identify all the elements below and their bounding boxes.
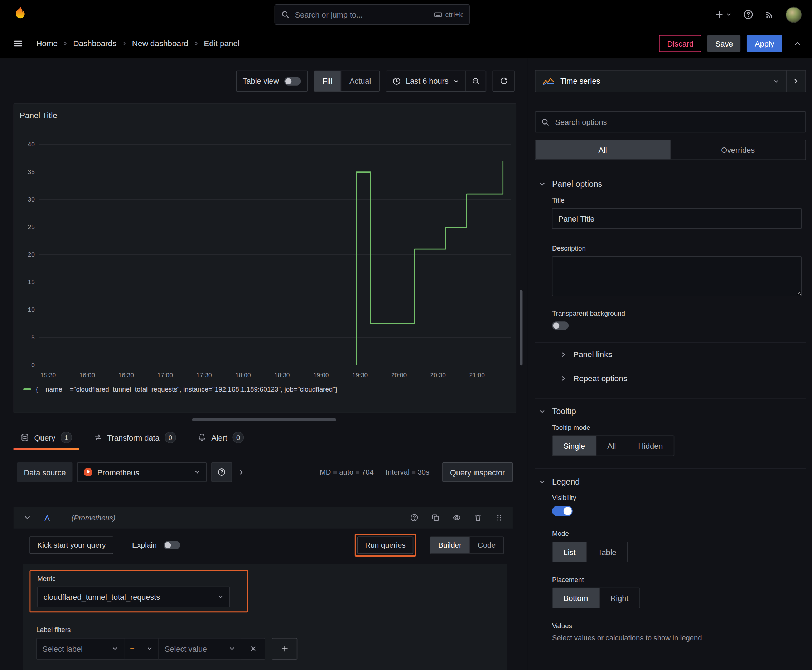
editor-mode-code[interactable]: Code [470, 537, 503, 553]
legend-visibility-toggle[interactable] [552, 506, 573, 516]
collapse-query-button[interactable] [23, 513, 32, 522]
kick-start-button[interactable]: Kick start your query [29, 536, 114, 554]
options-tab-overrides[interactable]: Overrides [670, 140, 805, 160]
delete-query-button[interactable] [473, 513, 483, 523]
series-label[interactable]: {__name__="cloudflared_tunnel_total_requ… [36, 385, 337, 393]
chevron-right-icon [193, 41, 199, 47]
display-mode-actual[interactable]: Actual [341, 71, 379, 91]
discard-button[interactable]: Discard [659, 35, 701, 52]
news-button[interactable] [765, 10, 774, 19]
breadcrumb-new-dashboard[interactable]: New dashboard [132, 39, 188, 48]
keyboard-icon [434, 10, 442, 19]
query-inspector-button[interactable]: Query inspector [442, 462, 513, 482]
add-button[interactable] [715, 10, 732, 19]
discard-label: Discard [667, 39, 694, 48]
collapse-options-button[interactable] [791, 37, 804, 50]
refresh-button[interactable] [493, 71, 515, 91]
global-search-input[interactable] [294, 10, 429, 19]
global-search[interactable]: ctrl+k [274, 4, 470, 25]
legend-mode-label: Mode [552, 530, 802, 538]
tab-transform-data[interactable]: Transform data 0 [86, 425, 183, 450]
time-range-picker[interactable]: Last 6 hours [387, 76, 466, 86]
section-repeat-options[interactable]: Repeat options [535, 366, 805, 390]
breadcrumb-bar: Home Dashboards New dashboard Edit panel… [0, 29, 812, 58]
legend-mode-table[interactable]: Table [587, 542, 627, 562]
tab-alert-label: Alert [211, 433, 227, 442]
remove-filter-button[interactable] [241, 638, 265, 660]
legend-mode-group: List Table [552, 541, 627, 562]
transform-icon [94, 433, 102, 442]
display-mode-fill[interactable]: Fill [314, 71, 341, 91]
question-circle-icon [410, 514, 419, 522]
explain-toggle[interactable] [164, 541, 180, 549]
options-search[interactable] [535, 111, 805, 132]
table-view-toggle[interactable] [284, 77, 300, 85]
apply-button[interactable]: Apply [747, 35, 782, 52]
options-tab-all[interactable]: All [536, 140, 670, 160]
add-filter-button[interactable] [272, 638, 297, 660]
zoom-out-button[interactable] [466, 71, 486, 91]
panel-options-header[interactable]: Panel options [539, 180, 805, 189]
series-swatch[interactable] [23, 388, 31, 390]
query-ref-id[interactable]: A [44, 513, 49, 522]
drag-query-handle[interactable] [494, 513, 504, 523]
editor-mode-builder[interactable]: Builder [431, 537, 470, 553]
grafana-logo[interactable] [12, 6, 29, 23]
breadcrumb-dashboards[interactable]: Dashboards [73, 39, 116, 48]
panel-title-input[interactable] [552, 208, 802, 229]
chart-legend: {__name__="cloudflared_tunnel_total_requ… [23, 385, 337, 393]
legend-header[interactable]: Legend [539, 477, 805, 487]
legend-placement-right[interactable]: Right [599, 588, 639, 608]
single-label: Single [563, 441, 585, 450]
query-help-button[interactable] [409, 513, 420, 523]
options-search-input[interactable] [554, 117, 800, 127]
fill-label: Fill [322, 76, 332, 86]
expand-query-options-button[interactable] [237, 467, 246, 477]
tooltip-mode-all[interactable]: All [596, 436, 627, 456]
transparent-background-toggle[interactable] [552, 321, 568, 330]
panel-options-pane: Time series All Overrides Panel opt [528, 58, 812, 670]
pane-resize-handle[interactable] [192, 418, 336, 421]
legend-placement-bottom[interactable]: Bottom [553, 588, 599, 608]
table-view-control: Table view [236, 71, 308, 91]
options-filter-tabs: All Overrides [535, 140, 805, 160]
save-label: Save [715, 39, 733, 48]
help-button[interactable] [743, 9, 754, 20]
top-nav: ctrl+k [0, 0, 812, 29]
save-button[interactable]: Save [707, 35, 741, 52]
viz-suggestions-button[interactable] [787, 70, 806, 92]
visualization-picker[interactable]: Time series [535, 70, 787, 92]
time-series-chart[interactable]: 051015202530354015:3016:0016:3017:0017:3… [14, 125, 517, 399]
select-label-dropdown[interactable]: Select label [36, 638, 124, 660]
tooltip-mode-single[interactable]: Single [553, 436, 596, 456]
tab-query[interactable]: Query 1 [14, 425, 79, 450]
scrollbar-thumb[interactable] [520, 290, 522, 365]
datasource-picker[interactable]: Prometheus [77, 462, 207, 482]
avatar[interactable] [785, 7, 802, 22]
svg-text:19:00: 19:00 [313, 372, 329, 379]
tab-alert[interactable]: Alert 0 [190, 425, 251, 450]
legend-placement-label: Placement [552, 575, 802, 584]
tooltip-mode-hidden[interactable]: Hidden [627, 436, 674, 456]
duplicate-query-button[interactable] [431, 513, 441, 523]
section-panel-links[interactable]: Panel links [535, 342, 805, 366]
select-value-dropdown[interactable]: Select value [159, 638, 241, 660]
menu-toggle-button[interactable] [12, 37, 25, 51]
chevron-right-icon [62, 41, 68, 47]
datasource-label-text: Data source [24, 468, 66, 477]
legend-title: Legend [552, 477, 580, 487]
description-field-label: Description [552, 244, 802, 252]
description-textarea[interactable] [552, 256, 802, 296]
svg-text:30: 30 [28, 196, 35, 203]
plus-icon [715, 10, 724, 19]
run-queries-button[interactable]: Run queries [357, 536, 413, 554]
svg-text:20:30: 20:30 [431, 372, 446, 379]
legend-mode-list[interactable]: List [553, 542, 587, 562]
toggle-visibility-button[interactable] [451, 513, 462, 523]
tooltip-header[interactable]: Tooltip [539, 407, 805, 416]
breadcrumb-home[interactable]: Home [36, 39, 58, 48]
datasource-help-button[interactable] [211, 462, 232, 482]
operator-dropdown[interactable]: = [124, 638, 159, 660]
metric-select[interactable]: cloudflared_tunnel_total_requests [37, 587, 230, 607]
hamburger-icon [14, 39, 23, 48]
